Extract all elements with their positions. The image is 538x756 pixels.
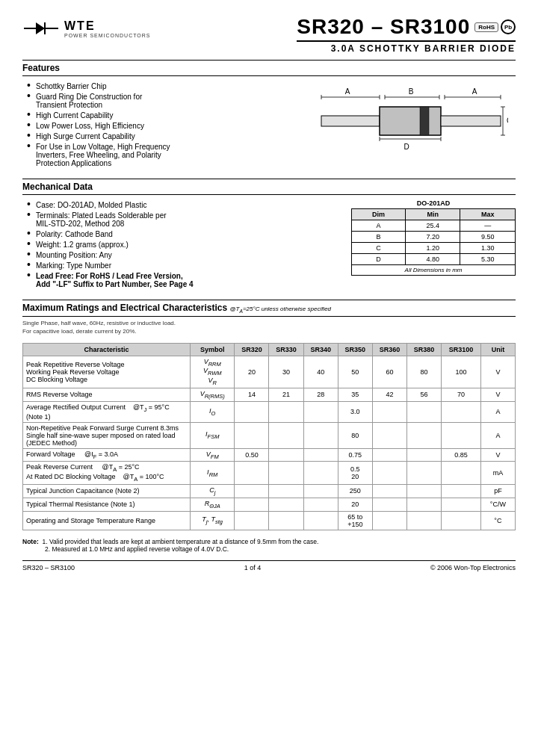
svg-text:A: A (472, 87, 477, 96)
feature-item: High Surge Current Capability (25, 131, 291, 141)
mechanical-list-area: Case: DO-201AD, Molded Plastic Terminals… (22, 199, 336, 289)
package-diagram: A B A (314, 81, 508, 163)
table-row: Forward Voltage @IF = 3.0A VFM 0.50 0.75… (23, 448, 516, 462)
feature-item: High Current Capability (25, 110, 291, 120)
mechanical-section: Case: DO-201AD, Molded Plastic Terminals… (22, 199, 516, 289)
table-row: Average Rectified Output Current @TJ = 9… (23, 401, 516, 422)
max-ratings-note: @TA=25°C unless otherwise specified (229, 306, 331, 312)
col-sr380: SR380 (406, 343, 441, 356)
note-1: 1. Valid provided that leads are kept at… (42, 538, 318, 545)
col-unit: Unit (480, 343, 515, 356)
table-row: RMS Reverse Voltage VR(RMS) 14 21 28 35 … (23, 388, 516, 401)
dim-col-header: Dim (352, 209, 406, 220)
pb-badge: Pb (501, 19, 516, 34)
svg-text:B: B (409, 87, 414, 96)
notes-title: Note: (22, 538, 40, 545)
mechanical-list: Case: DO-201AD, Molded Plastic Terminals… (22, 199, 336, 289)
mech-item: Mounting Position: Any (25, 250, 336, 260)
diode-diagram-area: A B A (306, 81, 516, 168)
feature-item: Guard Ring Die Construction forTransient… (25, 91, 291, 110)
max-ratings-title: Maximum Ratings and Electrical Character… (22, 303, 229, 313)
mech-item: Terminals: Plated Leads Solderable perMI… (25, 210, 336, 229)
rohs-badge: RoHS (474, 22, 498, 32)
product-title-area: SR320 – SR3100 RoHS Pb 3.0A SCHOTTKY BAR… (297, 15, 516, 54)
col-sr360: SR360 (372, 343, 406, 356)
svg-rect-19 (441, 116, 501, 126)
page-footer: SR320 – SR3100 1 of 4 © 2006 Won-Top Ele… (22, 560, 516, 571)
dimensions-table: DO-201AD Dim Min Max A 25.4 — B 7.20 9.5… (351, 199, 516, 276)
features-list-area: Schottky Barrier Chip Guard Ring Die Con… (22, 81, 291, 168)
max-ratings-section: Maximum Ratings and Electrical Character… (22, 300, 516, 530)
svg-rect-16 (321, 116, 380, 126)
product-subtitle: 3.0A SCHOTTKY BARRIER DIODE (297, 40, 516, 54)
note-2: 2. Measured at 1.0 MHz and applied rever… (22, 545, 229, 553)
table-row: All Dimensions in mm (352, 265, 516, 276)
table-row: Typical Junction Capacitance (Note 2) Cj… (23, 484, 516, 498)
company-logo: WTE POWER SEMICONDUCTORS (22, 15, 151, 42)
svg-text:A: A (345, 87, 350, 96)
table-row: Typical Thermal Resistance (Note 1) RΘJA… (23, 498, 516, 511)
mech-item: Case: DO-201AD, Molded Plastic (25, 199, 336, 210)
svg-rect-17 (380, 107, 441, 135)
table-row: Peak Repetitive Reverse Voltage Working … (23, 356, 516, 388)
table-row: Operating and Storage Temperature Range … (23, 511, 516, 530)
max-ratings-note2: For capacitive load, derate current by 2… (22, 328, 516, 335)
svg-rect-18 (420, 107, 429, 135)
max-ratings-note1: Single Phase, half wave, 60Hz, resistive… (22, 320, 516, 326)
col-sr330: SR330 (269, 343, 303, 356)
features-header: Features (22, 60, 516, 76)
mech-item: Lead Free: For RoHS / Lead Free Version,… (25, 270, 336, 289)
footer-right: © 2006 Won-Top Electronics (430, 564, 516, 571)
table-row: D 4.80 5.30 (352, 254, 516, 265)
page-header: WTE POWER SEMICONDUCTORS SR320 – SR3100 … (22, 15, 516, 54)
col-sr340: SR340 (303, 343, 338, 356)
svg-text:D: D (404, 143, 409, 151)
mech-item: Weight: 1.2 grams (approx.) (25, 239, 336, 250)
notes-section: Note: 1. Valid provided that leads are k… (22, 538, 516, 553)
table-row: C 1.20 1.30 (352, 243, 516, 254)
mech-item: Marking: Type Number (25, 260, 336, 270)
svg-marker-1 (36, 22, 45, 34)
col-sr3100: SR3100 (442, 343, 481, 356)
company-subtitle: POWER SEMICONDUCTORS (64, 33, 151, 38)
ratings-table: Characteristic Symbol SR320 SR330 SR340 … (22, 343, 516, 530)
table-row: Non-Repetitive Peak Forward Surge Curren… (23, 422, 516, 448)
features-section: Schottky Barrier Chip Guard Ring Die Con… (22, 81, 516, 168)
table-row: Peak Reverse Current @TA = 25°C At Rated… (23, 462, 516, 485)
col-sr350: SR350 (338, 343, 372, 356)
col-symbol: Symbol (191, 343, 235, 356)
mech-item: Polarity: Cathode Band (25, 229, 336, 239)
feature-item: Low Power Loss, High Efficiency (25, 120, 291, 131)
col-sr320: SR320 (235, 343, 269, 356)
dim-table-title: DO-201AD (351, 199, 516, 207)
dim-col-header: Min (406, 209, 460, 220)
mechanical-header: Mechanical Data (22, 179, 516, 195)
feature-item: For Use in Low Voltage, High FrequencyIn… (25, 141, 291, 168)
table-row: A 25.4 — (352, 220, 516, 232)
wte-brand: WTE POWER SEMICONDUCTORS (64, 19, 151, 38)
feature-item: Schottky Barrier Chip (25, 81, 291, 91)
footer-center: 1 of 4 (244, 564, 262, 571)
table-row: B 7.20 9.50 (352, 232, 516, 243)
dimensions-table-area: DO-201AD Dim Min Max A 25.4 — B 7.20 9.5… (351, 199, 516, 289)
company-name: WTE (64, 19, 151, 33)
footer-left: SR320 – SR3100 (22, 564, 75, 571)
diode-symbol-icon (22, 15, 60, 42)
features-list: Schottky Barrier Chip Guard Ring Die Con… (22, 81, 291, 168)
col-characteristic: Characteristic (23, 343, 191, 356)
part-number: SR320 – SR3100 (297, 15, 470, 39)
max-ratings-header: Maximum Ratings and Electrical Character… (22, 300, 516, 317)
svg-text:C: C (507, 117, 508, 125)
dim-col-header: Max (460, 209, 516, 220)
